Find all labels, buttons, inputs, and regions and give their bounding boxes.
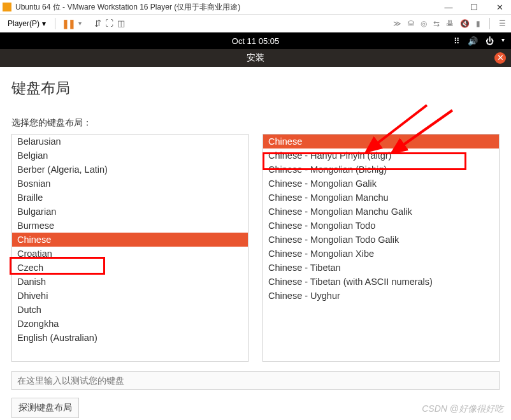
installer-body: 键盘布局 选择您的键盘布局： BelarusianBelgianBerber (… — [0, 67, 511, 418]
settings-icon[interactable]: ☰ — [499, 19, 506, 28]
player-label: Player(P) — [8, 19, 40, 28]
volume-icon[interactable]: 🔊 — [468, 36, 478, 46]
list-item[interactable]: Chinese - Mongolian Todo Galik — [263, 233, 499, 247]
sound-icon[interactable]: 🔇 — [460, 19, 470, 28]
list-item[interactable]: Bosnian — [12, 177, 248, 191]
power-icon[interactable]: ⏻ — [486, 36, 494, 46]
vmware-toolbar: Player(P) ▾ ❚❚ ▾ ⇵ ⛶ ◫ ≫ ⛁ ◎ ⇆ 🖶 🔇 ▮ ☰ — [0, 15, 511, 33]
list-item[interactable]: Dzongkha — [12, 317, 248, 331]
list-item[interactable]: Chinese - Tibetan — [263, 261, 499, 275]
keyboard-language-list[interactable]: BelarusianBelgianBerber (Algeria, Latin)… — [11, 134, 248, 362]
installer-header: 安装 ✕ — [0, 49, 511, 67]
chevron-down-icon: ▾ — [42, 19, 46, 28]
list-item[interactable]: English (Australian) — [12, 331, 248, 345]
send-ctrl-alt-del-icon[interactable]: ⇵ — [94, 18, 101, 28]
unity-icon[interactable]: ◫ — [117, 18, 125, 28]
window-title: Ubuntu 64 位 - VMware Workstation 16 Play… — [15, 2, 440, 13]
ubuntu-topbar: Oct 11 05:05 ⠿ 🔊 ⏻ ▾ — [0, 33, 511, 49]
cd-icon[interactable]: ◎ — [421, 19, 427, 28]
prompt-label: 选择您的键盘布局： — [11, 117, 500, 129]
list-item[interactable]: Burmese — [12, 219, 248, 233]
detect-layout-button[interactable]: 探测键盘布局 — [11, 398, 79, 418]
maximize-button[interactable]: ☐ — [465, 3, 483, 12]
printer-icon[interactable]: 🖶 — [446, 19, 454, 28]
disk-icon[interactable]: ⛁ — [408, 19, 414, 28]
vmware-icon — [3, 3, 11, 11]
list-item[interactable]: Belarusian — [12, 134, 248, 148]
clock[interactable]: Oct 11 05:05 — [232, 36, 279, 46]
list-item[interactable]: Chinese - Tibetan (with ASCII numerals) — [263, 275, 499, 289]
list-item[interactable]: Chinese - Mongolian Manchu Galik — [263, 205, 499, 219]
fullscreen-icon[interactable]: ⛶ — [105, 18, 113, 28]
minimize-button[interactable]: — — [440, 3, 457, 12]
list-item[interactable]: Berber (Algeria, Latin) — [12, 163, 248, 177]
list-item[interactable]: Danish — [12, 275, 248, 289]
chevron-down-icon[interactable]: ▾ — [501, 36, 505, 46]
vmware-titlebar: Ubuntu 64 位 - VMware Workstation 16 Play… — [0, 0, 511, 15]
list-item[interactable]: Chinese - Mongolian Xibe — [263, 247, 499, 261]
list-item[interactable]: Chinese — [263, 134, 499, 148]
list-item[interactable]: Chinese - Mongolian Manchu — [263, 191, 499, 205]
network-icon[interactable]: ⇆ — [433, 19, 440, 28]
page-title: 键盘布局 — [11, 78, 500, 98]
close-installer-button[interactable]: ✕ — [494, 52, 506, 64]
close-button[interactable]: ✕ — [491, 3, 508, 12]
network-icon[interactable]: ⠿ — [454, 36, 460, 46]
list-item[interactable]: Czech — [12, 261, 248, 275]
list-item[interactable]: Bulgarian — [12, 205, 248, 219]
list-item[interactable]: Chinese - Hanyu Pinyin (altgr) — [263, 148, 499, 163]
list-item[interactable]: Chinese - Mongolian (Bichig) — [263, 163, 499, 177]
list-item[interactable]: Belgian — [12, 148, 248, 163]
list-item[interactable]: Chinese — [12, 233, 248, 247]
keyboard-test-input[interactable] — [11, 371, 500, 390]
list-item[interactable]: Chinese - Mongolian Galik — [263, 177, 499, 191]
fast-forward-icon[interactable]: ≫ — [393, 19, 401, 28]
list-item[interactable]: Dhivehi — [12, 289, 248, 303]
installer-title: 安装 — [247, 52, 264, 64]
pause-icon[interactable]: ❚❚ — [62, 18, 75, 29]
usb-icon[interactable]: ▮ — [476, 19, 480, 28]
chevron-down-icon[interactable]: ▾ — [78, 20, 82, 27]
list-item[interactable]: Chinese - Uyghur — [263, 289, 499, 303]
keyboard-variant-list[interactable]: ChineseChinese - Hanyu Pinyin (altgr)Chi… — [263, 134, 500, 362]
list-item[interactable]: Chinese - Mongolian Todo — [263, 219, 499, 233]
list-item[interactable]: Braille — [12, 191, 248, 205]
list-item[interactable]: Dutch — [12, 303, 248, 317]
player-menu[interactable]: Player(P) ▾ — [5, 18, 48, 29]
list-item[interactable]: Croatian — [12, 247, 248, 261]
